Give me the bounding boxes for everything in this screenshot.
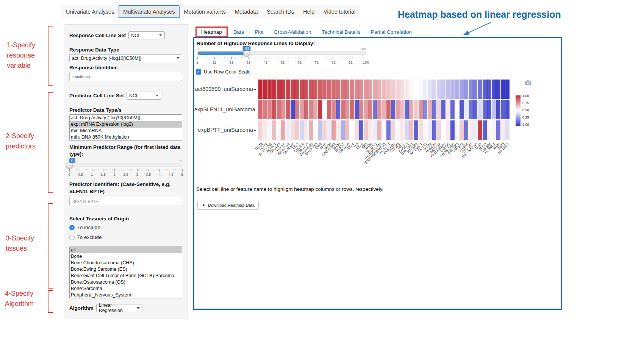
slider-tick [159, 169, 160, 172]
list-option[interactable]: all [70, 247, 182, 253]
nav-tab-multivariate-analyses[interactable]: Multivariate Analyses [119, 5, 179, 18]
heatmap-cell [341, 80, 345, 99]
heatmap-cell [263, 100, 267, 119]
heatmap-cell [469, 80, 473, 99]
step-bracket-3 [48, 203, 53, 289]
step-bracket-4 [48, 290, 53, 313]
chevron-down-icon [177, 57, 180, 59]
row-color-scale-checkbox[interactable]: ✓ Use Row Color Scale [196, 69, 251, 75]
list-option[interactable]: mir: MicroRNA [70, 128, 182, 134]
heatmap-cell [322, 80, 327, 99]
heatmap-row-label[interactable]: act609699_uniSarcoma [194, 86, 256, 92]
tab-plot[interactable]: Plot [250, 27, 268, 37]
lines-slider[interactable]: 1100111213141516171819110030 [197, 46, 366, 67]
slider-grid: 1112131415161718191100 [197, 57, 366, 65]
slider-tick [268, 57, 269, 58]
heatmap-cell [368, 80, 372, 99]
predictor-data-types-listbox[interactable]: act: Drug Activity (-log10[IC50M])exp: m… [69, 114, 182, 141]
heatmap-cell [395, 80, 400, 99]
heatmap-cell [428, 100, 432, 119]
slider-tick [114, 169, 115, 172]
nav-tab-univariate-analyses[interactable]: Univariate Analyses [61, 5, 119, 18]
colorbar-tick-label: 1.00 [522, 94, 529, 98]
slider-tick [142, 169, 142, 170]
list-option[interactable]: Peripheral_Nervous_System [70, 292, 182, 298]
list-option[interactable]: Bone:Giant Cell Tumor of Bone (GCTB) Sar… [70, 273, 182, 279]
response-cell-line-set-select[interactable]: NCI [128, 31, 165, 39]
heatmap-cell [364, 120, 368, 140]
slider-tick-label: 21 [230, 60, 234, 64]
slider-tick-label: 3.5 [146, 172, 151, 176]
heatmap-cell [400, 120, 404, 140]
heatmap-col-labels: TC-32TC-71SK-PN-DWSK-ES-1CHLA-57RD-ESSK-… [258, 141, 510, 177]
tab-cross-validation[interactable]: Cross-Validation [269, 27, 316, 37]
slider-tick-label: 100 [363, 60, 369, 64]
nav-tab-search-ids[interactable]: Search IDs [262, 5, 299, 18]
heatmap-cell [391, 120, 395, 140]
tissues-listbox[interactable]: allBoneBone:Chondrosarcoma (CHS)Bone:Ewi… [69, 247, 182, 298]
step-label-2: 2-Specifypredictors [6, 131, 36, 151]
list-option[interactable]: Bone:Osteosarcoma (OS) [70, 279, 182, 286]
heatmap-cell [382, 100, 386, 119]
heatmap-cell [373, 100, 377, 119]
nav-tab-mutation-variants[interactable]: Mutation variants [180, 5, 230, 18]
slider-track[interactable] [69, 164, 182, 167]
heatmap-row-label[interactable]: expSLFN11_uniSarcoma [194, 106, 256, 112]
heatmap-cell [377, 80, 381, 99]
tab-heatmap[interactable]: Heatmap [195, 27, 228, 37]
slider-tick [336, 57, 336, 58]
camera-icon[interactable] [525, 80, 531, 85]
algorithm-select[interactable]: Linear Regression [96, 304, 142, 312]
heatmap-cell [368, 120, 372, 140]
heatmap-cell [281, 100, 285, 119]
min-predictor-range-slider[interactable]: 500.511.522.533.544.550 [69, 158, 182, 178]
list-option[interactable]: exp: mRNA Expression (log2) [70, 121, 182, 128]
heatmap-cell [505, 80, 510, 99]
slider-tick-label: 41 [264, 60, 268, 64]
min-predictor-range-label: Minimum Predictor Range (for first liste… [69, 144, 182, 158]
slider-tick [366, 57, 366, 59]
heatmap-cell [331, 100, 336, 119]
heatmap-cell [405, 100, 409, 119]
tab-technical-details[interactable]: Technical Details [317, 27, 365, 37]
nav-tab-help[interactable]: Help [299, 5, 319, 18]
heatmap-cell [373, 80, 377, 99]
heatmap-cell [455, 120, 459, 140]
list-option[interactable]: Bone:Chondrosarcoma (CHS) [70, 260, 182, 266]
chevron-down-icon [159, 34, 162, 36]
tab-data[interactable]: Data [228, 27, 249, 37]
download-heatmap-data-button[interactable]: Download Heatmap Data [197, 201, 259, 210]
slider-tick [182, 169, 183, 172]
heatmap-cell [336, 80, 340, 99]
nav-tab-video-tutorial[interactable]: Video tutorial [319, 5, 360, 18]
slider-tick [285, 57, 285, 58]
predictor-data-types-label: Predictor Data Type/s [69, 107, 182, 113]
tissue-exclude-radio[interactable]: To exclude [69, 234, 182, 241]
tissue-include-radio[interactable]: To include [69, 224, 182, 231]
response-data-type-select[interactable]: act: Drug Activity (-log10[IC50M]) [69, 54, 182, 62]
slider-tick [211, 57, 211, 58]
slider-tick-label: 81 [331, 60, 336, 64]
tab-partial-correlation[interactable]: Partial Correlation [366, 27, 417, 37]
heatmap-cell [291, 100, 295, 119]
slider-tick [300, 57, 300, 59]
heatmap-cell [414, 100, 418, 119]
nav-tab-metadata[interactable]: Metadata [230, 5, 262, 18]
response-cell-line-set-label: Response Cell Line Set [69, 33, 126, 38]
list-option[interactable]: Bone [70, 253, 182, 260]
heatmap-cell [304, 80, 308, 99]
predictor-identifiers-input[interactable] [69, 197, 182, 206]
response-identifier-label: Response Identifier: [69, 65, 182, 70]
slider-tick-label: 1 [196, 60, 198, 64]
predictor-cell-line-set-select[interactable]: NCI [127, 92, 161, 100]
list-option[interactable]: mth: DNA 850K Methylation [70, 134, 182, 140]
list-option[interactable]: Bone:Sarcoma [70, 286, 182, 292]
response-identifier-input[interactable] [69, 72, 182, 81]
slider-tick-label: 11 [213, 60, 216, 64]
heatmap-cell [386, 80, 391, 99]
heatmap-row-label[interactable]: expBPTF_uniSarcoma [194, 127, 256, 133]
list-option[interactable]: act: Drug Activity (-log10[IC50M]) [70, 115, 182, 121]
list-option[interactable]: Bone:Ewing Sarcoma (ES) [70, 266, 182, 273]
step-bracket-2 [48, 92, 53, 193]
slider-tick [352, 57, 353, 58]
